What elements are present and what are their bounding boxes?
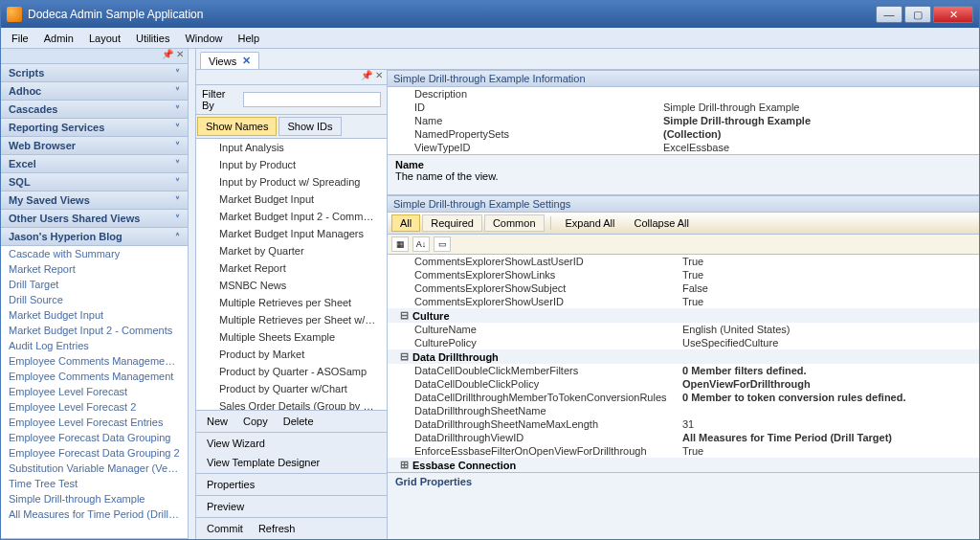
view-template-designer-button[interactable]: View Template Designer	[200, 454, 326, 471]
sidebar-tree-item[interactable]: Cascade with Summary	[1, 246, 188, 261]
info-row[interactable]: IDSimple Drill-through Example	[388, 101, 979, 114]
property-row[interactable]: CultureNameEnglish (United States)	[388, 323, 979, 336]
view-list-item[interactable]: Product by Quarter - ASOSamp	[196, 363, 387, 380]
view-list-item[interactable]: Multiple Sheets Example	[196, 328, 387, 346]
sidebar-group[interactable]: Adhoc˅	[1, 82, 188, 101]
view-list-item[interactable]: Product by Market	[196, 346, 387, 363]
menu-admin[interactable]: Admin	[37, 31, 80, 46]
maximize-button[interactable]: ▢	[904, 6, 931, 23]
property-category[interactable]: ⊞Essbase Connection	[388, 458, 979, 472]
delete-button[interactable]: Delete	[277, 413, 321, 430]
property-row[interactable]: CommentsExplorerShowLinksTrue	[388, 268, 979, 281]
view-list[interactable]: Input AnalysisInput by ProductInput by P…	[196, 139, 387, 410]
settings-tab-all[interactable]: All	[391, 214, 420, 232]
view-list-item[interactable]: Multiple Retrieves per Sheet w/Charts	[196, 311, 387, 328]
filter-input[interactable]	[243, 92, 381, 107]
property-row[interactable]: DataDrillthroughSheetNameMaxLength31	[388, 417, 979, 431]
expand-icon[interactable]: ⊟	[399, 309, 409, 322]
sidebar-tree-item[interactable]: Audit Log Entries	[1, 338, 188, 353]
show-ids-button[interactable]: Show IDs	[278, 117, 341, 136]
settings-tab-required[interactable]: Required	[422, 214, 482, 232]
copy-button[interactable]: Copy	[236, 413, 275, 430]
expand-icon[interactable]: ⊟	[399, 350, 409, 363]
sidebar-tree-item[interactable]: Market Budget Input 2 - Comments	[1, 323, 188, 338]
property-row[interactable]: DataCellDoubleClickPolicyOpenViewForDril…	[388, 377, 979, 391]
settings-expand-all[interactable]: Expand All	[557, 214, 624, 232]
property-grid[interactable]: CommentsExplorerShowLastUserIDTrueCommen…	[388, 255, 979, 472]
sidebar-tree-item[interactable]: Employee Level Forecast	[1, 384, 188, 399]
view-wizard-button[interactable]: View Wizard	[200, 435, 272, 452]
sort-icon[interactable]: A↓	[412, 236, 430, 252]
show-names-button[interactable]: Show Names	[197, 117, 277, 136]
sidebar-group[interactable]: Reporting Services˅	[1, 119, 188, 137]
info-row[interactable]: NameSimple Drill-through Example	[388, 114, 979, 127]
sidebar-tree-item[interactable]: Simple Drill-through Example	[1, 491, 188, 506]
property-row[interactable]: DataCellDoubleClickMemberFilters0 Member…	[388, 364, 979, 377]
property-row[interactable]: CommentsExplorerShowUserIDTrue	[388, 295, 979, 308]
sidebar-tree-item[interactable]: Substitution Variable Manager (Vess)	[1, 461, 188, 476]
property-row[interactable]: CulturePolicyUseSpecifiedCulture	[388, 336, 979, 349]
sidebar-tree-item[interactable]: Employee Comments Management (Ess…	[1, 353, 188, 369]
property-category[interactable]: ⊟Culture	[388, 308, 979, 323]
refresh-button[interactable]: Refresh	[252, 520, 302, 537]
view-list-item[interactable]: Market Budget Input	[196, 191, 387, 208]
expand-icon[interactable]: ⊞	[399, 459, 409, 471]
sidebar-tree-item[interactable]: Drill Target	[1, 277, 188, 292]
sidebar-group[interactable]: My Saved Views˅	[1, 191, 188, 210]
sidebar-group[interactable]: Web Browser˅	[1, 137, 188, 155]
property-row[interactable]: DataDrillthroughViewIDAll Measures for T…	[388, 431, 979, 444]
minimize-button[interactable]: —	[876, 6, 902, 23]
sidebar-tree-item[interactable]: Employee Comments Management	[1, 369, 188, 384]
categorize-icon[interactable]: ▦	[391, 236, 409, 252]
sidebar-tree-item[interactable]: Market Report	[1, 261, 188, 277]
info-row[interactable]: NamedPropertySets(Collection)	[388, 127, 979, 141]
info-row[interactable]: Description	[388, 87, 979, 101]
sidebar-tree-item[interactable]: Market Budget Input	[1, 307, 188, 323]
sidebar-tree-item[interactable]: Employee Forecast Data Grouping	[1, 430, 188, 445]
preview-button[interactable]: Preview	[200, 498, 251, 515]
settings-collapse-all[interactable]: Collapse All	[625, 214, 697, 232]
menu-file[interactable]: File	[5, 31, 35, 46]
menu-utilities[interactable]: Utilities	[129, 31, 176, 46]
gutter[interactable]	[189, 49, 196, 539]
property-row[interactable]: CommentsExplorerShowLastUserIDTrue	[388, 255, 979, 268]
view-list-item[interactable]: Market by Quarter	[196, 242, 387, 259]
sidebar-tree-item[interactable]: All Measures for Time Period (Drill Targ…	[1, 506, 188, 522]
sidebar-tree-item[interactable]: Employee Level Forecast Entries	[1, 415, 188, 430]
property-row[interactable]: CommentsExplorerShowSubjectFalse	[388, 281, 979, 295]
sidebar-tree-item[interactable]: Employee Forecast Data Grouping 2	[1, 445, 188, 461]
props-icon[interactable]: ▭	[434, 236, 451, 252]
sidebar-group[interactable]: Other Users Shared Views˅	[1, 210, 188, 228]
menu-layout[interactable]: Layout	[82, 31, 127, 46]
tab-close-icon[interactable]: ✕	[242, 55, 251, 67]
view-list-item[interactable]: MSNBC News	[196, 277, 387, 294]
view-list-item[interactable]: Multiple Retrieves per Sheet	[196, 294, 387, 311]
tab-views[interactable]: Views ✕	[200, 52, 259, 69]
sidebar-group[interactable]: SQL˅	[1, 173, 188, 191]
properties-button[interactable]: Properties	[200, 476, 261, 493]
new-button[interactable]: New	[200, 413, 234, 430]
property-row[interactable]: DataDrillthroughSheetName	[388, 404, 979, 417]
view-list-item[interactable]: Product by Quarter w/Chart	[196, 380, 387, 397]
info-row[interactable]: ViewTypeIDExcelEssbase	[388, 141, 979, 154]
property-category[interactable]: ⊟Data Drillthrough	[388, 349, 979, 364]
sidebar-group[interactable]: Jason's Hyperion Blog˄	[1, 228, 188, 246]
sidebar-group[interactable]: Scripts˅	[1, 64, 188, 82]
settings-tab-common[interactable]: Common	[484, 214, 545, 232]
menu-window[interactable]: Window	[178, 31, 229, 46]
property-row[interactable]: DataCellDrillthroughMemberToTokenConvers…	[388, 391, 979, 404]
view-list-item[interactable]: Market Budget Input Managers	[196, 225, 387, 242]
view-list-item[interactable]: Input by Product	[196, 156, 387, 173]
sidebar-tree-item[interactable]: Time Tree Test	[1, 476, 188, 491]
sidebar-tree-item[interactable]: Employee Level Forecast 2	[1, 399, 188, 415]
sidebar-group[interactable]: Cascades˅	[1, 101, 188, 119]
view-list-item[interactable]: Market Report	[196, 259, 387, 277]
close-button[interactable]: ✕	[933, 6, 973, 23]
view-list-item[interactable]: Sales Order Details (Group by Product…	[196, 397, 387, 410]
sidebar-tree-item[interactable]: Drill Source	[1, 292, 188, 307]
view-list-item[interactable]: Input Analysis	[196, 139, 387, 156]
sidebar-group[interactable]: Excel˅	[1, 155, 188, 173]
commit-button[interactable]: Commit	[200, 520, 250, 537]
property-row[interactable]: EnforceEssbaseFilterOnOpenViewForDrillth…	[388, 444, 979, 458]
view-list-item[interactable]: Input by Product w/ Spreading	[196, 173, 387, 191]
